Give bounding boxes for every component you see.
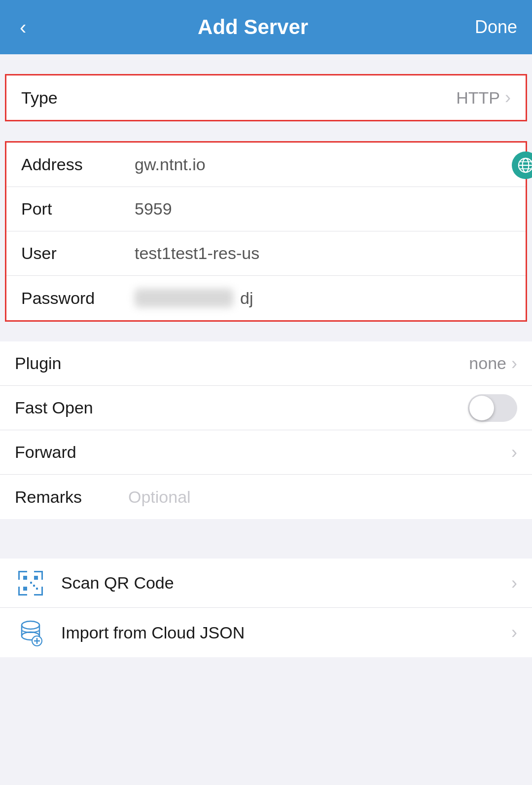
fast-open-label: Fast Open xyxy=(15,398,113,417)
scan-qr-chevron-icon: › xyxy=(511,573,517,594)
actions-section: Scan QR Code › Import from Cloud JSON › xyxy=(0,559,532,657)
type-row[interactable]: Type HTTP › xyxy=(6,75,526,120)
forward-chevron-icon: › xyxy=(511,442,517,463)
type-section: Type HTTP › xyxy=(5,74,527,121)
done-button[interactable]: Done xyxy=(475,17,517,37)
fast-open-toggle[interactable] xyxy=(468,394,517,422)
cloud-icon xyxy=(15,617,46,648)
remarks-row: Remarks Optional xyxy=(0,475,532,519)
bottom-fill xyxy=(0,657,532,756)
plugin-label: Plugin xyxy=(15,354,113,373)
forward-label: Forward xyxy=(15,443,113,462)
back-button[interactable]: ‹ xyxy=(15,11,31,43)
svg-rect-21 xyxy=(36,588,38,590)
header: ‹ Add Server Done xyxy=(0,0,532,54)
import-cloud-label: Import from Cloud JSON xyxy=(61,623,506,642)
qr-icon xyxy=(15,567,46,599)
forward-value-container: › xyxy=(506,442,517,463)
password-field[interactable]: dj xyxy=(120,289,511,308)
user-row: User test1test1-res-us xyxy=(6,231,526,276)
svg-rect-9 xyxy=(18,571,20,580)
scan-qr-label: Scan QR Code xyxy=(61,573,506,593)
import-cloud-row[interactable]: Import from Cloud JSON › xyxy=(0,608,532,657)
type-label: Type xyxy=(21,88,58,108)
svg-rect-15 xyxy=(41,587,43,596)
credentials-section: Address gw.ntnt.io Port 5959 User test1t… xyxy=(5,141,527,322)
user-label: User xyxy=(21,244,120,263)
svg-rect-13 xyxy=(18,587,20,596)
plugin-chevron-icon: › xyxy=(511,353,517,374)
toggle-switch[interactable] xyxy=(468,394,517,422)
fast-open-row: Fast Open xyxy=(0,386,532,430)
plugin-value-container: none › xyxy=(469,353,517,374)
password-label: Password xyxy=(21,289,120,308)
svg-rect-11 xyxy=(41,571,43,580)
svg-point-22 xyxy=(22,621,39,629)
remarks-placeholder[interactable]: Optional xyxy=(113,487,191,507)
plugin-row[interactable]: Plugin none › xyxy=(0,341,532,386)
password-blurred xyxy=(135,289,233,307)
password-row: Password dj xyxy=(6,276,526,320)
remarks-label: Remarks xyxy=(15,487,113,507)
type-value: HTTP xyxy=(456,88,500,108)
page-title: Add Server xyxy=(198,15,308,39)
port-label: Port xyxy=(21,199,120,219)
section-gap-4 xyxy=(0,519,532,559)
type-chevron-icon: › xyxy=(505,87,511,108)
section-gap-2 xyxy=(0,121,532,141)
plugin-value: none xyxy=(469,354,506,373)
section-gap-1 xyxy=(0,54,532,74)
type-value-container: HTTP › xyxy=(456,87,511,108)
user-value[interactable]: test1test1-res-us xyxy=(120,244,511,263)
plugin-section: Plugin none › Fast Open Forward › Remark… xyxy=(0,341,532,519)
address-label: Address xyxy=(21,155,120,174)
port-value[interactable]: 5959 xyxy=(120,199,511,219)
scan-qr-row[interactable]: Scan QR Code › xyxy=(0,559,532,608)
svg-rect-23 xyxy=(22,625,39,636)
section-gap-3 xyxy=(0,322,532,341)
forward-row[interactable]: Forward › xyxy=(0,430,532,475)
svg-rect-16 xyxy=(23,576,27,580)
address-value[interactable]: gw.ntnt.io xyxy=(120,155,511,174)
import-cloud-chevron-icon: › xyxy=(511,622,517,643)
address-row: Address gw.ntnt.io xyxy=(6,143,526,187)
svg-rect-17 xyxy=(34,576,38,580)
globe-svg xyxy=(517,157,532,174)
svg-rect-19 xyxy=(30,582,32,584)
toggle-knob xyxy=(469,396,494,420)
svg-rect-18 xyxy=(23,587,27,591)
port-row: Port 5959 xyxy=(6,187,526,231)
password-suffix: dj xyxy=(240,289,253,308)
svg-rect-20 xyxy=(33,585,35,587)
